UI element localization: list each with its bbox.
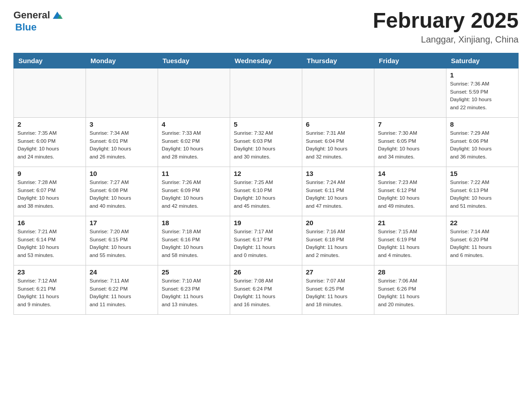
calendar-day-cell: 14Sunrise: 7:23 AM Sunset: 6:12 PM Dayli… bbox=[374, 167, 446, 216]
calendar-day-cell: 2Sunrise: 7:35 AM Sunset: 6:00 PM Daylig… bbox=[14, 117, 86, 167]
day-number: 11 bbox=[162, 170, 226, 177]
calendar-day-cell: 25Sunrise: 7:10 AM Sunset: 6:23 PM Dayli… bbox=[158, 265, 230, 314]
header: General Blue February 2025 Langgar, Xinj… bbox=[13, 9, 519, 45]
day-info: Sunrise: 7:15 AM Sunset: 6:19 PM Dayligh… bbox=[378, 228, 442, 260]
day-number: 13 bbox=[306, 170, 370, 177]
day-info: Sunrise: 7:17 AM Sunset: 6:17 PM Dayligh… bbox=[234, 228, 298, 260]
weekday-header-monday: Monday bbox=[86, 53, 158, 68]
calendar-week-row: 9Sunrise: 7:28 AM Sunset: 6:07 PM Daylig… bbox=[14, 167, 519, 216]
day-number: 17 bbox=[90, 219, 154, 227]
day-info: Sunrise: 7:22 AM Sunset: 6:13 PM Dayligh… bbox=[450, 179, 515, 210]
calendar-day-cell bbox=[302, 68, 374, 117]
calendar-day-cell: 6Sunrise: 7:31 AM Sunset: 6:04 PM Daylig… bbox=[302, 117, 374, 167]
calendar-day-cell: 12Sunrise: 7:25 AM Sunset: 6:10 PM Dayli… bbox=[230, 167, 302, 216]
logo-blue-text: Blue bbox=[15, 21, 37, 33]
day-header-row: SundayMondayTuesdayWednesdayThursdayFrid… bbox=[14, 53, 519, 68]
weekday-header-friday: Friday bbox=[374, 53, 446, 68]
day-info: Sunrise: 7:30 AM Sunset: 6:05 PM Dayligh… bbox=[378, 129, 442, 161]
day-number: 12 bbox=[234, 170, 298, 177]
weekday-header-wednesday: Wednesday bbox=[230, 53, 302, 68]
day-info: Sunrise: 7:18 AM Sunset: 6:16 PM Dayligh… bbox=[162, 228, 226, 260]
day-info: Sunrise: 7:11 AM Sunset: 6:22 PM Dayligh… bbox=[90, 277, 154, 309]
calendar-day-cell: 5Sunrise: 7:32 AM Sunset: 6:03 PM Daylig… bbox=[230, 117, 302, 167]
weekday-header-sunday: Sunday bbox=[14, 53, 86, 68]
calendar-week-row: 23Sunrise: 7:12 AM Sunset: 6:21 PM Dayli… bbox=[14, 265, 519, 314]
calendar-day-cell bbox=[446, 265, 519, 314]
day-number: 10 bbox=[90, 170, 154, 177]
calendar-week-row: 16Sunrise: 7:21 AM Sunset: 6:14 PM Dayli… bbox=[14, 216, 519, 265]
logo-general-text: General bbox=[13, 9, 50, 21]
day-info: Sunrise: 7:20 AM Sunset: 6:15 PM Dayligh… bbox=[90, 228, 154, 260]
day-info: Sunrise: 7:34 AM Sunset: 6:01 PM Dayligh… bbox=[90, 129, 154, 161]
weekday-header-tuesday: Tuesday bbox=[158, 53, 230, 68]
day-number: 15 bbox=[450, 170, 515, 177]
day-number: 4 bbox=[162, 120, 226, 128]
day-info: Sunrise: 7:06 AM Sunset: 6:26 PM Dayligh… bbox=[378, 277, 442, 309]
calendar-day-cell bbox=[14, 68, 86, 117]
day-number: 27 bbox=[306, 268, 370, 276]
day-number: 23 bbox=[17, 268, 82, 276]
day-info: Sunrise: 7:16 AM Sunset: 6:18 PM Dayligh… bbox=[306, 228, 370, 260]
day-info: Sunrise: 7:21 AM Sunset: 6:14 PM Dayligh… bbox=[17, 228, 82, 260]
day-number: 26 bbox=[234, 268, 298, 276]
calendar-day-cell bbox=[374, 68, 446, 117]
day-number: 18 bbox=[162, 219, 226, 227]
calendar-day-cell: 26Sunrise: 7:08 AM Sunset: 6:24 PM Dayli… bbox=[230, 265, 302, 314]
calendar-day-cell: 16Sunrise: 7:21 AM Sunset: 6:14 PM Dayli… bbox=[14, 216, 86, 265]
day-info: Sunrise: 7:08 AM Sunset: 6:24 PM Dayligh… bbox=[234, 277, 298, 309]
calendar-day-cell: 7Sunrise: 7:30 AM Sunset: 6:05 PM Daylig… bbox=[374, 117, 446, 167]
calendar-day-cell: 8Sunrise: 7:29 AM Sunset: 6:06 PM Daylig… bbox=[446, 117, 519, 167]
calendar-day-cell: 15Sunrise: 7:22 AM Sunset: 6:13 PM Dayli… bbox=[446, 167, 519, 216]
day-number: 16 bbox=[17, 219, 82, 227]
title-area: February 2025 Langgar, Xinjiang, China bbox=[373, 9, 519, 45]
day-number: 28 bbox=[378, 268, 442, 276]
day-info: Sunrise: 7:14 AM Sunset: 6:20 PM Dayligh… bbox=[450, 228, 515, 260]
day-info: Sunrise: 7:31 AM Sunset: 6:04 PM Dayligh… bbox=[306, 129, 370, 161]
day-number: 7 bbox=[378, 120, 442, 128]
day-info: Sunrise: 7:33 AM Sunset: 6:02 PM Dayligh… bbox=[162, 129, 226, 161]
calendar-day-cell: 21Sunrise: 7:15 AM Sunset: 6:19 PM Dayli… bbox=[374, 216, 446, 265]
day-number: 25 bbox=[162, 268, 226, 276]
calendar-day-cell: 27Sunrise: 7:07 AM Sunset: 6:25 PM Dayli… bbox=[302, 265, 374, 314]
day-number: 9 bbox=[17, 170, 82, 177]
calendar-day-cell: 4Sunrise: 7:33 AM Sunset: 6:02 PM Daylig… bbox=[158, 117, 230, 167]
day-info: Sunrise: 7:32 AM Sunset: 6:03 PM Dayligh… bbox=[234, 129, 298, 161]
calendar-day-cell: 1Sunrise: 7:36 AM Sunset: 5:59 PM Daylig… bbox=[446, 68, 519, 117]
calendar-day-cell: 19Sunrise: 7:17 AM Sunset: 6:17 PM Dayli… bbox=[230, 216, 302, 265]
day-number: 2 bbox=[17, 120, 82, 128]
calendar-day-cell: 9Sunrise: 7:28 AM Sunset: 6:07 PM Daylig… bbox=[14, 167, 86, 216]
day-info: Sunrise: 7:24 AM Sunset: 6:11 PM Dayligh… bbox=[306, 179, 370, 210]
day-number: 24 bbox=[90, 268, 154, 276]
calendar-day-cell: 13Sunrise: 7:24 AM Sunset: 6:11 PM Dayli… bbox=[302, 167, 374, 216]
calendar-day-cell: 18Sunrise: 7:18 AM Sunset: 6:16 PM Dayli… bbox=[158, 216, 230, 265]
calendar-day-cell bbox=[230, 68, 302, 117]
calendar-day-cell: 24Sunrise: 7:11 AM Sunset: 6:22 PM Dayli… bbox=[86, 265, 158, 314]
day-number: 21 bbox=[378, 219, 442, 227]
day-info: Sunrise: 7:12 AM Sunset: 6:21 PM Dayligh… bbox=[17, 277, 82, 309]
day-number: 19 bbox=[234, 219, 298, 227]
day-info: Sunrise: 7:10 AM Sunset: 6:23 PM Dayligh… bbox=[162, 277, 226, 309]
day-info: Sunrise: 7:28 AM Sunset: 6:07 PM Dayligh… bbox=[17, 179, 82, 210]
day-number: 6 bbox=[306, 120, 370, 128]
calendar-day-cell: 23Sunrise: 7:12 AM Sunset: 6:21 PM Dayli… bbox=[14, 265, 86, 314]
day-number: 20 bbox=[306, 219, 370, 227]
calendar-day-cell: 22Sunrise: 7:14 AM Sunset: 6:20 PM Dayli… bbox=[446, 216, 519, 265]
day-number: 3 bbox=[90, 120, 154, 128]
calendar-day-cell: 28Sunrise: 7:06 AM Sunset: 6:26 PM Dayli… bbox=[374, 265, 446, 314]
calendar-title: February 2025 bbox=[373, 9, 519, 33]
calendar-week-row: 1Sunrise: 7:36 AM Sunset: 5:59 PM Daylig… bbox=[14, 68, 519, 117]
calendar-table: SundayMondayTuesdayWednesdayThursdayFrid… bbox=[13, 53, 519, 315]
day-info: Sunrise: 7:29 AM Sunset: 6:06 PM Dayligh… bbox=[450, 129, 515, 161]
weekday-header-thursday: Thursday bbox=[302, 53, 374, 68]
day-info: Sunrise: 7:25 AM Sunset: 6:10 PM Dayligh… bbox=[234, 179, 298, 210]
day-info: Sunrise: 7:27 AM Sunset: 6:08 PM Dayligh… bbox=[90, 179, 154, 210]
day-info: Sunrise: 7:26 AM Sunset: 6:09 PM Dayligh… bbox=[162, 179, 226, 210]
day-info: Sunrise: 7:36 AM Sunset: 5:59 PM Dayligh… bbox=[450, 80, 515, 112]
calendar-day-cell bbox=[86, 68, 158, 117]
day-info: Sunrise: 7:35 AM Sunset: 6:00 PM Dayligh… bbox=[17, 129, 82, 161]
day-number: 8 bbox=[450, 120, 515, 128]
calendar-day-cell: 11Sunrise: 7:26 AM Sunset: 6:09 PM Dayli… bbox=[158, 167, 230, 216]
calendar-week-row: 2Sunrise: 7:35 AM Sunset: 6:00 PM Daylig… bbox=[14, 117, 519, 167]
calendar-day-cell: 17Sunrise: 7:20 AM Sunset: 6:15 PM Dayli… bbox=[86, 216, 158, 265]
day-info: Sunrise: 7:23 AM Sunset: 6:12 PM Dayligh… bbox=[378, 179, 442, 210]
